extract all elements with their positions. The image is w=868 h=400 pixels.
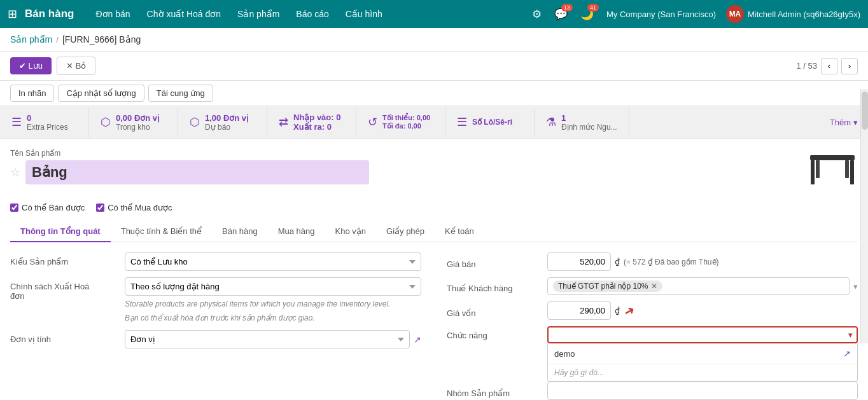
settings-icon[interactable]: ⚙ — [532, 8, 542, 21]
extra-prices-button[interactable]: ☰ 0 Extra Prices — [0, 107, 89, 138]
cost-arrow-icon: ➜ — [620, 301, 638, 320]
scrollbar-thumb[interactable] — [862, 92, 868, 130]
tax-remove-icon[interactable]: ✕ — [651, 282, 657, 291]
pager-text: 1 / 53 — [796, 61, 817, 71]
chucnang-field-wrap: ▾ demo ↗ Hãy gõ gì đó... ➜ — [547, 326, 858, 343]
scrollbar-track[interactable] — [860, 89, 868, 343]
moves-in-value: Nhập vào: 0 — [293, 113, 340, 122]
user-info[interactable]: MA Mitchell Admin (sq6ha26gty5x) — [726, 5, 860, 23]
lot-serial-icon: ☰ — [457, 115, 467, 129]
in-stock-label: Trong kho — [116, 123, 160, 132]
tab-variants[interactable]: Thuộc tính & Biến thể — [111, 221, 212, 242]
product-name-input[interactable] — [25, 160, 369, 184]
sale-price-currency: ₫ — [615, 257, 620, 266]
product-type-label: Kiểu Sản phẩm — [10, 252, 118, 266]
tax-dropdown-arrow[interactable]: ▾ — [853, 282, 858, 291]
next-page-button[interactable]: › — [841, 58, 858, 74]
in-stock-button[interactable]: ⬡ 0,00 Đơn vị Trong kho — [89, 107, 178, 138]
tab-license[interactable]: Giấy phép — [376, 221, 435, 242]
discard-button[interactable]: ✕ Bỏ — [57, 57, 95, 75]
cost-label: Giá vốn — [447, 304, 542, 318]
messages-badge: 13 — [561, 4, 573, 11]
tab-purchase[interactable]: Mua hàng — [268, 221, 325, 242]
product-type-value: Có thể Lưu kho Dịch vụ Sản phẩm tiêu thụ — [125, 252, 421, 271]
nav-don-ban[interactable]: Đơn bán — [89, 0, 136, 28]
nguyen-lieu-label: Định mức Ngu... — [561, 123, 617, 132]
tab-accounting[interactable]: Kế toán — [435, 221, 484, 242]
min-max-button[interactable]: ↺ Tối thiểu: 0,00 Tối đa: 0,00 — [356, 107, 445, 137]
extra-prices-label: Extra Prices — [27, 123, 68, 132]
print-label-button[interactable]: In nhãn — [10, 85, 54, 102]
svg-rect-3 — [816, 160, 820, 178]
svg-rect-1 — [811, 160, 815, 184]
chucnang-label: Chức năng — [447, 326, 542, 340]
favorite-icon[interactable]: ☆ — [10, 165, 20, 179]
in-stock-icon: ⬡ — [101, 115, 111, 129]
tab-warehouse[interactable]: Kho vận — [325, 221, 376, 242]
tax-field[interactable]: Thuế GTGT phải nộp 10% ✕ — [547, 277, 850, 295]
prev-page-button[interactable]: ‹ — [821, 58, 837, 74]
unit-row: Đơn vị tính Đơn vị ↗ — [10, 330, 421, 348]
nhom-input[interactable] — [547, 382, 858, 400]
tabs-bar: Thông tin Tổng quát Thuộc tính & Biến th… — [10, 221, 858, 242]
lot-serial-value: Số Lô/Sê-ri — [472, 118, 512, 127]
main-content: Tên Sản phẩm ☆ Có thể Bán được Có thể M — [0, 139, 868, 400]
sale-price-row: Giá bán ₫ (= 572 ₫ Đã bao gồm Thuế) — [447, 252, 858, 271]
cost-row: Giá vốn ₫ ➜ — [447, 301, 858, 320]
forecast-icon: ⬡ — [190, 115, 200, 129]
lot-serial-button[interactable]: ☰ Số Lô/Sê-ri — [445, 109, 535, 135]
breadcrumb: Sản phẩm / [FURN_9666] Bảng — [0, 28, 868, 52]
pager: 1 / 53 ‹ › — [796, 58, 858, 74]
tab-sales[interactable]: Bán hàng — [212, 221, 268, 242]
moves-button[interactable]: ⇄ Nhập vào: 0 Xuất ra: 0 — [267, 106, 356, 138]
save-button[interactable]: ✔ Lưu — [10, 57, 52, 74]
grid-icon[interactable]: ⊞ — [8, 7, 17, 21]
nav-cau-hinh[interactable]: Cấu hình — [339, 0, 389, 28]
more-label: Thêm — [830, 118, 851, 127]
update-qty-button[interactable]: Cập nhật số lượng — [58, 85, 144, 102]
chucnang-dropdown-arrow-icon[interactable]: ▾ — [848, 330, 853, 340]
can-sell-checkbox[interactable]: Có thể Bán được — [10, 203, 85, 212]
forecast-button[interactable]: ⬡ 1,00 Đơn vị Dự báo — [178, 107, 267, 138]
form-left: Kiểu Sản phẩm Có thể Lưu kho Dịch vụ Sản… — [10, 252, 421, 400]
unit-row-inner: Đơn vị ↗ — [125, 330, 421, 348]
moves-out-value: Xuất ra: 0 — [293, 122, 340, 132]
chucnang-external-link-icon[interactable]: ↗ — [843, 348, 851, 359]
sleep-icon[interactable]: 🌙 41 — [580, 8, 594, 21]
unit-value: Đơn vị ↗ — [125, 330, 421, 348]
breadcrumb-current: [FURN_9666] Bảng — [62, 34, 141, 45]
invoice-policy-select[interactable]: Theo số lượng đặt hàng Theo số lượng gia… — [125, 277, 421, 296]
form-right: Giá bán ₫ (= 572 ₫ Đã bao gồm Thuế) Thuế… — [447, 252, 858, 400]
unit-external-link-icon[interactable]: ↗ — [414, 334, 421, 345]
in-stock-value: 0,00 Đơn vị — [116, 113, 160, 123]
sale-price-input[interactable] — [547, 252, 611, 271]
nav-bao-cao[interactable]: Báo cáo — [290, 0, 335, 28]
chucnang-input[interactable] — [552, 330, 846, 340]
resupply-button[interactable]: Tái cung ứng — [148, 85, 213, 102]
min-value: Tối thiểu: 0,00 — [382, 114, 430, 122]
tax-row: Thuế Khách hàng Thuế GTGT phải nộp 10% ✕… — [447, 277, 858, 295]
nav-cho-xuat[interactable]: Chờ xuất Hoá đơn — [141, 0, 228, 28]
more-chevron-icon: ▾ — [853, 118, 858, 127]
product-title-section: Tên Sản phẩm ☆ — [10, 149, 858, 195]
chucnang-option-demo[interactable]: demo ↗ — [548, 343, 857, 364]
cost-input[interactable] — [547, 301, 611, 320]
messages-icon[interactable]: 💬 13 — [554, 8, 568, 21]
tax-tag: Thuế GTGT phải nộp 10% ✕ — [553, 280, 662, 292]
can-sell-label: Có thể Bán được — [22, 203, 85, 212]
breadcrumb-parent[interactable]: Sản phẩm — [10, 34, 52, 45]
nguyen-lieu-button[interactable]: ⚗ 1 Định mức Ngu... — [535, 107, 629, 138]
product-type-row: Kiểu Sản phẩm Có thể Lưu kho Dịch vụ Sản… — [10, 252, 421, 271]
product-type-select[interactable]: Có thể Lưu kho Dịch vụ Sản phẩm tiêu thụ — [125, 252, 421, 271]
nguyen-lieu-icon: ⚗ — [546, 115, 556, 129]
chucnang-input-box[interactable]: ▾ — [547, 326, 858, 343]
action-bar: ✔ Lưu ✕ Bỏ 1 / 53 ‹ › — [0, 52, 868, 81]
can-buy-checkbox[interactable]: Có thể Mua được — [96, 203, 172, 212]
tab-general[interactable]: Thông tin Tổng quát — [10, 221, 111, 242]
tax-wrap: Thuế GTGT phải nộp 10% ✕ ▾ — [547, 277, 858, 295]
unit-select[interactable]: Đơn vị — [125, 330, 410, 348]
nhom-row: Nhóm Sản phẩm — [447, 382, 858, 400]
nav-san-pham[interactable]: Sản phẩm — [231, 0, 286, 28]
sale-price-wrap: ₫ (= 572 ₫ Đã bao gồm Thuế) — [547, 252, 858, 271]
company-name[interactable]: My Company (San Francisco) — [606, 10, 716, 19]
